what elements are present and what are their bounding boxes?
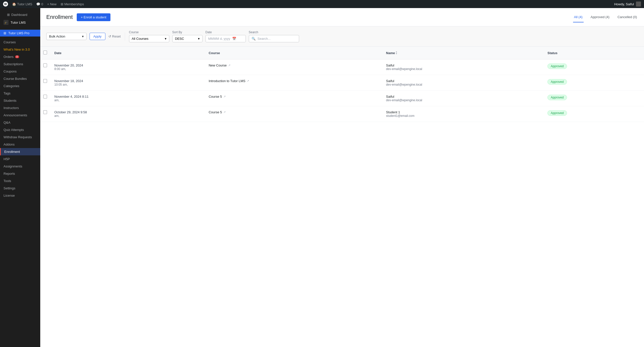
- page-header: Enrollment + Enroll a student All (4) Ap…: [40, 8, 644, 26]
- admin-bar-comments[interactable]: 💬 0: [36, 2, 43, 6]
- row-checkbox[interactable]: [43, 79, 47, 83]
- cell-course: Course 5 ↗: [205, 91, 382, 106]
- status-badge: Approved: [547, 63, 567, 69]
- cell-name: Student 1 student1@email.com: [382, 106, 544, 122]
- sidebar-item-qa[interactable]: Q&A: [0, 119, 40, 126]
- sidebar-item-courses[interactable]: Courses: [0, 39, 40, 46]
- external-link-icon[interactable]: ↗: [247, 79, 249, 83]
- sidebar-item-tools[interactable]: Tools: [0, 177, 40, 185]
- search-label: Search: [249, 30, 299, 34]
- wp-logo[interactable]: W: [3, 2, 8, 7]
- table-row: November 18, 2024 10:05 am, Introduction…: [40, 75, 644, 91]
- sidebar-item-orders[interactable]: Orders 8: [0, 53, 40, 60]
- tab-all[interactable]: All (4): [573, 12, 584, 22]
- cell-date: November 4, 2024 8:11 am,: [50, 91, 205, 106]
- cell-course: Course 5 ↗: [205, 106, 382, 122]
- table-row: November 4, 2024 8:11 am, Course 5 ↗ Sai…: [40, 91, 644, 106]
- sidebar-brand[interactable]: 🎓 Tutor LMS: [4, 18, 37, 26]
- enroll-button[interactable]: + Enroll a student: [77, 13, 110, 21]
- filter-search-group: Search 🔍 Search...: [249, 30, 299, 42]
- external-link-icon[interactable]: ↗: [223, 111, 226, 114]
- sidebar: ⊞ Dashboard 🎓 Tutor LMS ⊞ Tutor LMS Pro …: [0, 8, 40, 347]
- cell-status: Approved: [543, 106, 644, 122]
- sidebar-pro[interactable]: ⊞ Tutor LMS Pro: [0, 30, 40, 37]
- tabs-bar: All (4) Approved (4) Cancelled (0): [573, 12, 638, 22]
- status-badge: Approved: [547, 95, 567, 100]
- sidebar-item-instructors[interactable]: Instructors: [0, 104, 40, 112]
- status-badge: Approved: [547, 110, 567, 116]
- cell-date: November 18, 2024 10:05 am,: [50, 75, 205, 91]
- date-filter-label: Date: [206, 30, 246, 34]
- filter-sort-group: Sort By DESC ▾: [172, 30, 203, 42]
- sidebar-item-h5p[interactable]: H5P: [0, 155, 40, 163]
- cell-course: New Course ↗: [205, 59, 382, 75]
- cell-date: October 29, 2024 9:58 am,: [50, 106, 205, 122]
- admin-bar-new[interactable]: + New: [47, 2, 56, 6]
- course-select[interactable]: All Courses ▾: [129, 35, 169, 42]
- bulk-action-select[interactable]: Bulk Action ▾: [46, 33, 87, 40]
- sidebar-item-categories[interactable]: Categories: [0, 82, 40, 90]
- page-title: Enrollment: [46, 14, 73, 20]
- filter-date-group: Date MMMM d, yyyy 📅: [206, 30, 246, 42]
- row-checkbox[interactable]: [43, 63, 47, 67]
- external-link-icon[interactable]: ↗: [223, 95, 226, 98]
- sidebar-item-withdraw-requests[interactable]: Withdraw Requests: [0, 133, 40, 141]
- sidebar-item-quiz-attempts[interactable]: Quiz Attempts: [0, 126, 40, 133]
- sidebar-item-announcements[interactable]: Announcements: [0, 112, 40, 119]
- sort-filter-label: Sort By: [172, 30, 203, 34]
- apply-button[interactable]: Apply: [90, 33, 105, 40]
- col-course: Course: [205, 47, 382, 59]
- sidebar-item-enrollment[interactable]: Enrollment: [0, 148, 40, 155]
- cell-name: Saiful dev-email@wpengine.local: [382, 75, 544, 91]
- sort-select[interactable]: DESC ▾: [172, 35, 203, 42]
- tab-approved[interactable]: Approved (4): [590, 12, 611, 22]
- sidebar-item-whats-new[interactable]: What's New in 3.0: [0, 46, 40, 53]
- sidebar-item-reports[interactable]: Reports: [0, 170, 40, 177]
- sidebar-item-course-bundles[interactable]: Course Bundles: [0, 75, 40, 82]
- reset-button[interactable]: ↺ Reset: [108, 34, 121, 38]
- cell-status: Approved: [543, 91, 644, 106]
- sidebar-item-coupons[interactable]: Coupons: [0, 68, 40, 75]
- sidebar-nav: Courses What's New in 3.0 Orders 8 Subsc…: [0, 37, 40, 347]
- filter-course-group: Course All Courses ▾: [129, 30, 169, 42]
- filters-bar: Bulk Action ▾ Apply ↺ Reset Course All C…: [40, 26, 644, 47]
- table-header-row: Date Course Name ▲▼: [40, 47, 644, 59]
- brand-icon: 🎓: [4, 20, 9, 25]
- filter-separator-1: [125, 32, 125, 41]
- table-row: November 20, 2024 8:00 am, New Course ↗ …: [40, 59, 644, 75]
- cell-status: Approved: [543, 75, 644, 91]
- admin-bar-site[interactable]: 🏠 Tutor LMS: [12, 2, 32, 6]
- howdy-text: Howdy, Saiful: [614, 2, 634, 6]
- col-name[interactable]: Name ▲▼: [382, 47, 544, 59]
- avatar: [636, 2, 641, 7]
- sidebar-item-tags[interactable]: Tags: [0, 90, 40, 97]
- search-input[interactable]: 🔍 Search...: [249, 35, 299, 42]
- sidebar-item-students[interactable]: Students: [0, 97, 40, 104]
- sidebar-item-subscriptions[interactable]: Subscriptions: [0, 60, 40, 68]
- cell-date: November 20, 2024 8:00 am,: [50, 59, 205, 75]
- table-row: October 29, 2024 9:58 am, Course 5 ↗ Stu…: [40, 106, 644, 122]
- content-area: Enrollment + Enroll a student All (4) Ap…: [40, 8, 644, 347]
- tab-cancelled[interactable]: Cancelled (0): [617, 12, 638, 22]
- name-sort-icon[interactable]: ▲▼: [395, 51, 397, 55]
- sidebar-item-settings[interactable]: Settings: [0, 185, 40, 192]
- sidebar-item-license[interactable]: License: [0, 192, 40, 199]
- admin-bar-memberships[interactable]: ⊞ Memberships: [61, 2, 84, 6]
- col-status: Status: [543, 47, 644, 59]
- status-badge: Approved: [547, 79, 567, 85]
- external-link-icon[interactable]: ↗: [228, 64, 230, 67]
- cell-name: Saiful dev-email@wpengine.local: [382, 59, 544, 75]
- sidebar-item-addons[interactable]: Addons: [0, 141, 40, 148]
- cell-status: Approved: [543, 59, 644, 75]
- row-checkbox[interactable]: [43, 110, 47, 114]
- course-filter-label: Course: [129, 30, 169, 34]
- row-checkbox[interactable]: [43, 95, 47, 98]
- admin-bar: W 🏠 Tutor LMS 💬 0 + New ⊞ Memberships Ho…: [0, 0, 644, 8]
- sidebar-item-dashboard[interactable]: ⊞ Dashboard: [4, 11, 37, 18]
- select-all-checkbox[interactable]: [43, 51, 47, 54]
- sidebar-item-assignments[interactable]: Assignments: [0, 163, 40, 170]
- date-input[interactable]: MMMM d, yyyy 📅: [206, 35, 246, 42]
- cell-name: Saiful dev-email@wpengine.local: [382, 91, 544, 106]
- col-date: Date: [50, 47, 205, 59]
- enrollment-table: Date Course Name ▲▼: [40, 47, 644, 347]
